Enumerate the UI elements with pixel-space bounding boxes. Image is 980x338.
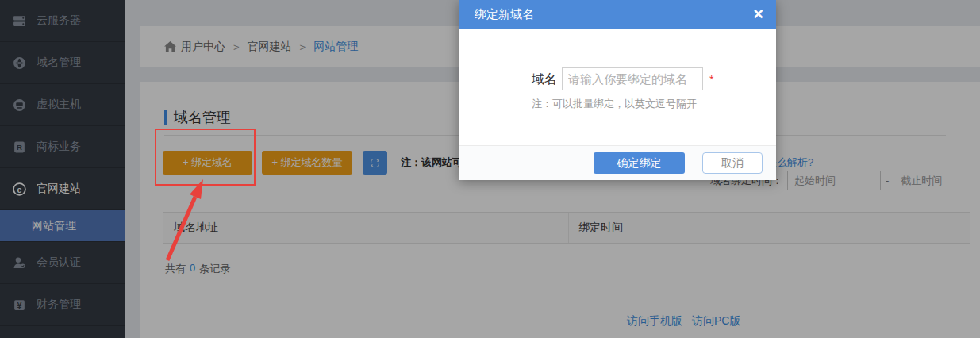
domain-field-label: 域名: [532, 71, 557, 88]
domain-input[interactable]: [562, 67, 703, 90]
modal-body: 域名 * 注：可以批量绑定，以英文逗号隔开: [459, 29, 776, 145]
modal-header: 绑定新域名 ×: [459, 0, 776, 29]
cancel-button[interactable]: 取消: [702, 152, 763, 174]
required-asterisk: *: [709, 73, 713, 86]
bind-new-domain-modal: 绑定新域名 × 域名 * 注：可以批量绑定，以英文逗号隔开 确定绑定 取消: [459, 0, 776, 180]
confirm-bind-button[interactable]: 确定绑定: [594, 152, 685, 174]
modal-footer: 确定绑定 取消: [459, 145, 776, 180]
modal-note-text: 注：可以批量绑定，以英文逗号隔开: [532, 97, 697, 111]
modal-title: 绑定新域名: [475, 7, 753, 22]
close-icon[interactable]: ×: [753, 6, 763, 23]
